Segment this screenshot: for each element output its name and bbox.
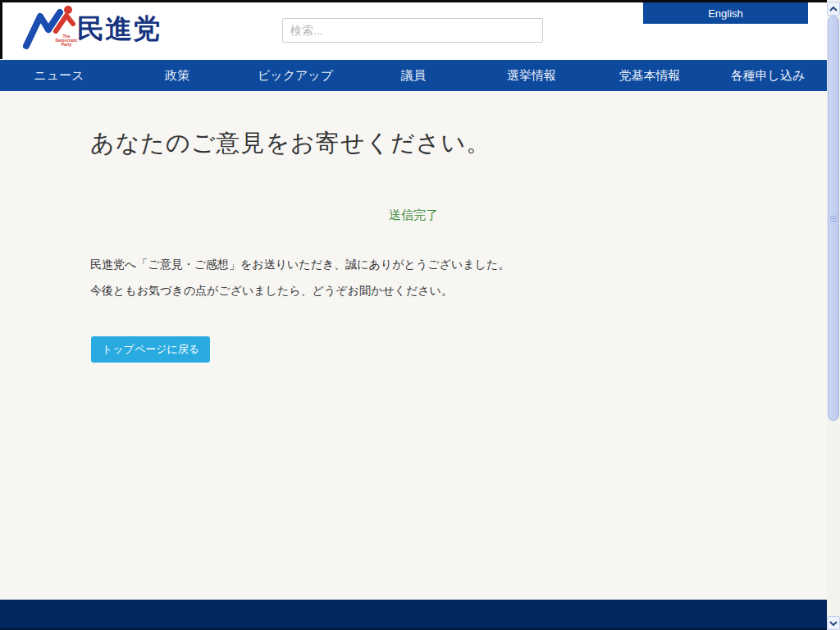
scrollbar-grip [830,218,837,219]
nav-item-party-info[interactable]: 党基本情報 [591,68,709,84]
chevron-down-icon [829,621,838,626]
submission-complete-status: 送信完了 [0,208,827,223]
vertical-scrollbar[interactable] [827,0,840,630]
page: The Democratic Party 民進党 English ニュース 政策… [0,0,827,630]
party-logo-icon: The Democratic Party [23,5,75,52]
chevron-up-icon [829,7,838,11]
nav-item-news[interactable]: ニュース [0,68,118,84]
scrollbar-grip [830,221,837,221]
main-content: あなたのご意見をお寄せください。 送信完了 民進党へ「ご意見・ご感想」をお送りい… [0,91,827,600]
search-input[interactable] [282,18,543,43]
screenshot-left-edge [0,0,2,59]
scrollbar-thumb[interactable] [828,16,839,421]
party-logo[interactable]: The Democratic Party 民進党 [23,5,161,52]
nav-item-election-info[interactable]: 選挙情報 [472,68,591,84]
nav-item-pickup[interactable]: ビックアップ [236,68,354,84]
party-logo-tagline: The Democratic Party [52,34,80,47]
scrollbar-grip [830,216,837,217]
site-footer [0,600,827,630]
scroll-down-button[interactable] [827,616,840,630]
site-header: The Democratic Party 民進党 English [0,0,827,60]
nav-item-members[interactable]: 議員 [354,68,472,84]
thank-you-message-line2: 今後ともお気づきの点がございましたら、どうぞお聞かせください。 [90,284,453,299]
back-to-top-button[interactable]: トップページに戻る [91,336,210,363]
nav-item-policy[interactable]: 政策 [118,68,236,84]
scroll-up-button[interactable] [827,2,840,16]
party-name: 民進党 [77,11,161,48]
page-title: あなたのご意見をお寄せください。 [90,127,491,160]
nav-item-applications[interactable]: 各種申し込み [709,68,827,84]
english-language-button[interactable]: English [643,2,808,24]
main-navigation: ニュース 政策 ビックアップ 議員 選挙情報 党基本情報 各種申し込み [0,60,827,91]
thank-you-message-line1: 民進党へ「ご意見・ご感想」をお送りいただき、誠にありがとうございました。 [90,258,509,272]
screenshot-top-edge [0,0,827,2]
